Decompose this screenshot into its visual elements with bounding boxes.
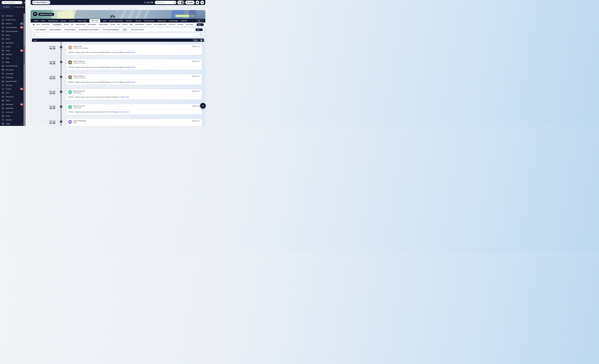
sidebar-item-ask-ai[interactable]: Ask AI (0, 37, 24, 41)
member-name[interactable]: Merilyn McElhargy (73, 120, 86, 122)
sidebar-item-appoint-me[interactable]: Appoint Me (0, 41, 24, 45)
ip-link[interactable]: 171.251.5.138 (119, 96, 128, 98)
ip-link[interactable]: 143.58.137.225 (125, 51, 135, 53)
sidebar-item-to-do-list[interactable]: To-Do List (0, 110, 24, 114)
list-menu-icon[interactable] (199, 33, 203, 36)
tab-moods[interactable]: MOODS (64, 24, 69, 25)
sidebar-item-launchpad[interactable]: Launchpad (0, 72, 24, 76)
sidebar-item-document-library[interactable]: Document Library (0, 64, 24, 68)
member-name[interactable]: Andrew Hall (73, 45, 88, 47)
sidebar-item-call-logs[interactable]: Call Logs (0, 83, 24, 87)
user-menu[interactable] (177, 1, 184, 4)
tab-add-ons[interactable]: ADD-ONS (69, 20, 75, 21)
sidebar-item-agilitycrm[interactable]: $AgilityCRM (0, 106, 24, 110)
sidebar-item-discussions[interactable]: Discussions (0, 68, 24, 72)
tabs-dropdown-button[interactable]: Tabs (196, 19, 204, 22)
tab-tags[interactable]: TAGS (103, 20, 106, 21)
sidebar-tab-menu[interactable]: Menu (0, 5, 13, 9)
sidebar-item-cases[interactable]: Cases6 (0, 49, 24, 52)
tab-top-contributors[interactable]: TOP CONTRIBUTORS (154, 24, 167, 25)
sidebar-item-blogs[interactable]: Blogs (0, 60, 24, 64)
tab-support[interactable]: SUPPORT (181, 20, 187, 21)
points-counter[interactable]: 19857 (185, 1, 194, 4)
filter-icon[interactable] (33, 34, 35, 36)
scrollbar-thumb[interactable] (24, 45, 25, 64)
tab-governance[interactable]: GOVERNANCE (169, 20, 178, 21)
sidebar-item-account-planning[interactable]: Account planning (0, 29, 24, 33)
tab-search[interactable]: SEARCH (122, 24, 128, 25)
tabs-dropdown-button[interactable]: Tabs (197, 23, 204, 26)
tab-custom-fields[interactable]: CUSTOM FIELDS (144, 20, 155, 21)
tab-active-members[interactable]: ACTIVE MEMBERS (34, 29, 46, 30)
tab-non-member-login-attempts[interactable]: NON-MEMBER LOGIN ATTEMPTS (79, 29, 99, 30)
tab-billing[interactable]: BILLING (61, 20, 66, 21)
tab-hubs[interactable]: HUBS (130, 24, 133, 25)
tab-reported-content[interactable]: REPORTED CONTENT (109, 20, 123, 21)
brand-switcher[interactable]: AGILITYPORTAL (32, 1, 50, 4)
member-name[interactable]: Michael Johnson (73, 90, 85, 92)
sidebar-item-pages[interactable]: Pages (0, 122, 24, 126)
ip-link[interactable]: 143.58.137.225 (125, 67, 135, 68)
search-icon[interactable] (174, 2, 175, 3)
tab-engagement[interactable]: ENGAGEMENT (88, 24, 97, 25)
tab-auto-deactivated[interactable]: AUTO DEACTIVATED (131, 29, 144, 30)
close-icon[interactable] (24, 1, 26, 4)
sidebar-item-calendar[interactable]: Calendar (0, 52, 24, 56)
sidebar-item-hubs[interactable]: Hubs (0, 56, 24, 60)
tab-top-posts[interactable]: TOP POSTS (168, 24, 176, 25)
tabs-dropdown-button[interactable]: Tabs (196, 28, 203, 31)
member-name[interactable]: Michael Johnson (73, 105, 85, 107)
sidebar-item-chat[interactable]: Chat (0, 91, 24, 95)
ip-link[interactable]: 171.251.5.138 (119, 111, 129, 113)
tab-login-attempts[interactable]: LOGIN ATTEMPTS (64, 29, 76, 30)
tab-population[interactable]: POPULATION (42, 24, 50, 25)
tab-security[interactable]: SECURITY (177, 24, 184, 25)
add-button[interactable] (200, 103, 206, 109)
sidebar-item-employee-hub[interactable]: Employee hub (0, 18, 24, 22)
sidebar-item-events[interactable]: Events (0, 114, 24, 118)
tab-demographics[interactable]: DEMOGRAPHICS (76, 24, 86, 25)
sidebar-tab-my-account[interactable]: ⚙My account (13, 5, 25, 9)
tab-activeness[interactable]: ACTIVENESS (52, 23, 62, 26)
info-button[interactable]: i (200, 39, 203, 42)
sidebar-scrollbar[interactable] (24, 13, 25, 126)
tab-top-20-active-members[interactable]: TOP 20 ACTIVE MEMBERS (103, 29, 119, 30)
sidebar-item-announcements[interactable]: Announcements1 (0, 25, 24, 29)
tab-absent-members[interactable]: ABSENT MEMBERS (49, 29, 61, 30)
calendar-button[interactable] (196, 1, 199, 4)
tab-mam[interactable]: MAM (37, 24, 40, 25)
home-icon[interactable] (33, 24, 35, 25)
tab-departments[interactable]: DEPARTMENTS (135, 24, 144, 25)
tab-online[interactable]: ONLINE (110, 24, 115, 25)
sidebar-item-reminders[interactable]: Reminders7 (0, 102, 24, 106)
tab-organisation[interactable]: ORGANISATION (48, 20, 58, 21)
sidebar-item-record-list[interactable]: Record List (0, 95, 24, 99)
sidebar-item-projects[interactable]: Projects5 (0, 87, 24, 91)
tab-compliance[interactable]: COMPLIANCE (157, 20, 166, 21)
member-name[interactable]: Miriam Anderson (73, 60, 85, 62)
tab-setup[interactable]: SETUP (41, 20, 45, 21)
global-search-input[interactable] (156, 2, 172, 3)
ip-link[interactable]: 143.58.137.225 (125, 81, 135, 83)
mood-button[interactable]: Mood (192, 39, 199, 41)
sidebar-item-search[interactable]: Search (0, 45, 24, 49)
tab-security[interactable]: SECURITY (126, 20, 133, 21)
tab-usage-insight[interactable]: USAGE INSIGHT (99, 24, 108, 25)
sidebar-item-taskflow[interactable]: TaskFlow (0, 118, 24, 122)
tab-devices[interactable]: DEVICES (146, 24, 152, 25)
sidebar-item-dashboard[interactable]: Dashboard (0, 14, 24, 18)
sidebar-item-bookmarks[interactable]: Bookmarks (0, 76, 24, 79)
sidebar-item-news[interactable]: News (0, 33, 24, 37)
notifications-button[interactable] (200, 1, 204, 4)
sidebar-item-notes[interactable]: Notes (0, 99, 24, 102)
tab-tags[interactable]: TAGS (117, 24, 120, 25)
tab-log[interactable]: LOG (122, 28, 128, 31)
sidebar-item-extranet-portals[interactable]: Extranet Portals (0, 79, 24, 83)
tab-admin[interactable]: ADMIN (34, 20, 38, 21)
tab-geo[interactable]: GEO (71, 24, 73, 25)
tab-violations[interactable]: VIOLATIONS (186, 24, 193, 25)
tab-finance[interactable]: FINANCE (135, 20, 141, 21)
sidebar-item-directory[interactable]: Directory6 (0, 22, 24, 25)
tab-white-label[interactable]: WHITE LABEL (78, 20, 87, 21)
sidebar-search-input[interactable] (2, 1, 22, 4)
